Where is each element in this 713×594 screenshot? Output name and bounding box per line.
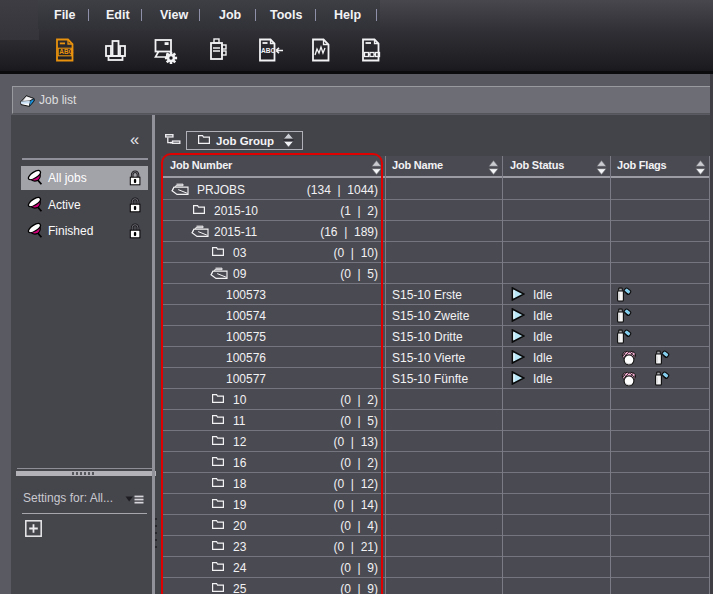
- svg-text:ABC: ABC: [59, 48, 73, 55]
- svg-text:ABC: ABC: [261, 47, 276, 54]
